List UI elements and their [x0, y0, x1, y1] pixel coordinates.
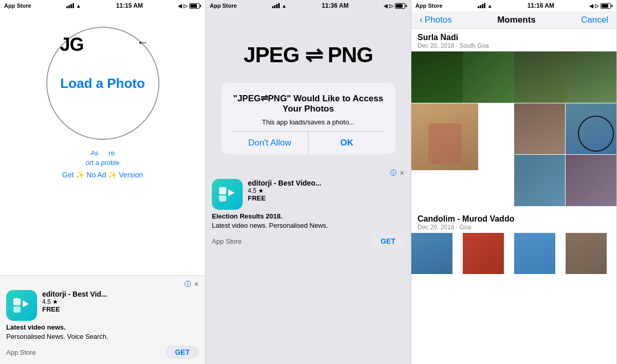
moment-date-2: Dec 20, 2018 · Goa [418, 224, 610, 231]
no-ad-link[interactable]: Get ✨ No Ad ✨ Version [62, 171, 143, 179]
time-3: 11:16 AM [528, 2, 554, 9]
moment-group-2: Candolim - Murod Vaddo Dec 20, 2018 · Go… [411, 210, 616, 274]
photo-cell[interactable] [566, 233, 607, 274]
moment-date-1: Dec 20, 2018 · South Goa [418, 42, 610, 49]
battery-1 [189, 3, 201, 9]
ad-close-icon-2[interactable]: ✕ [400, 170, 405, 177]
photo-grid-3 [411, 233, 616, 274]
editorji-icon-1 [6, 290, 37, 321]
send-icon-2: ▷ [389, 3, 393, 9]
editorji-logo-1 [12, 296, 31, 315]
load-photo-button[interactable]: Load a Photo [60, 76, 145, 92]
ad-banner-1: i ✕ editorji - Best Vid... 4.5 ★ FREE La… [0, 275, 205, 364]
dont-allow-button[interactable]: Don't Allow [231, 132, 308, 154]
status-app-name-2: App Store [210, 3, 237, 9]
photo-cell[interactable] [514, 51, 566, 103]
photo-cell[interactable] [514, 103, 565, 154]
action-re[interactable]: re [108, 149, 115, 157]
dialog-title: "JPEG⇌PNG" Would Like to Access Your Pho… [231, 93, 385, 114]
app-actions: As re [90, 149, 115, 157]
ad-info-icon-2[interactable]: i [390, 170, 396, 176]
signal-icon-1 [66, 3, 74, 8]
moments-content: Surla Nadi Dec 20, 2018 · South Goa [411, 29, 616, 364]
wifi-icon-2: ▲ [282, 3, 287, 9]
dialog-buttons: Don't Allow OK [231, 131, 385, 154]
wifi-icon-3: ▲ [487, 3, 493, 9]
status-app-name-3: App Store [415, 3, 443, 9]
phone-1: App Store ▲ 11:15 AM ◀ ▷ JG ← Load a Pho… [0, 0, 206, 364]
photo-cell[interactable] [411, 51, 463, 103]
ad-price-1: FREE [42, 305, 199, 313]
back-button[interactable]: ‹ Photos [420, 14, 452, 25]
status-bar-2: App Store ▲ 11:36 AM ◀ ▷ [206, 0, 411, 11]
ad-footer-2: App Store GET [212, 232, 405, 248]
moment-group-1: Surla Nadi Dec 20, 2018 · South Goa [411, 29, 616, 206]
photo-cell[interactable] [514, 233, 555, 274]
report-link[interactable]: ort a proble [86, 159, 120, 167]
moment-header-1: Surla Nadi Dec 20, 2018 · South Goa [411, 29, 616, 51]
status-bar-3: App Store ▲ 11:16 AM ◀ ▷ [411, 0, 616, 11]
ad-get-button-1[interactable]: GET [166, 345, 199, 359]
ad-app-title-2: editorji - Best Video... [248, 179, 405, 187]
ad-close-icon[interactable]: ✕ [194, 281, 199, 288]
circle-area: JG ← Load a Photo [46, 27, 159, 140]
cancel-button[interactable]: Cancel [581, 15, 608, 25]
photo-grid-2 [411, 103, 616, 206]
signal-icon-2 [272, 3, 280, 8]
ad-rating-1: 4.5 ★ [42, 298, 199, 305]
photo-cell[interactable] [463, 233, 504, 274]
ad-get-button-2[interactable]: GET [371, 234, 405, 248]
phone-2: App Store ▲ 11:36 AM ◀ ▷ JPEG ⇌ PNG "JPE… [206, 0, 411, 364]
photo-cell-large[interactable] [411, 103, 478, 170]
chevron-left-icon: ‹ [420, 14, 423, 25]
photo-circle-overlay [578, 116, 614, 152]
photo-cell[interactable] [566, 155, 616, 206]
action-as[interactable]: As [90, 149, 98, 157]
photo-grid-1 [411, 51, 616, 103]
location-icon-2: ◀ [384, 3, 388, 9]
svg-marker-5 [228, 189, 234, 196]
photo-cell[interactable] [411, 233, 452, 274]
ad-info-icon[interactable]: i [185, 281, 191, 287]
circle-letters: JG [60, 34, 84, 56]
send-icon-1: ▷ [184, 3, 188, 9]
ad-top-1: editorji - Best Vid... 4.5 ★ FREE [6, 290, 199, 321]
photo-cell[interactable] [566, 103, 616, 154]
phone-3: App Store ▲ 11:16 AM ◀ ▷ ‹ Photos Moment… [411, 0, 617, 364]
photo-cell[interactable] [463, 51, 514, 103]
location-icon-3: ◀ [589, 3, 593, 9]
svg-marker-2 [23, 300, 29, 307]
ad-app-title-1: editorji - Best Vid... [42, 290, 199, 298]
dialog-subtitle: This app loads/saves a photo... [231, 118, 385, 126]
ad-app-info-2: editorji - Best Video... 4.5 ★ FREE [248, 179, 405, 202]
ad-store-label-1: App Store [6, 349, 36, 356]
location-icon-1: ◀ [178, 3, 182, 9]
status-app-name-1: App Store [4, 3, 31, 9]
photo-cell[interactable] [566, 51, 616, 103]
ad-label-1: i ✕ [6, 281, 199, 288]
battery-2 [395, 3, 407, 9]
circle-arrow: ← [137, 35, 149, 49]
right-icons-3: ◀ ▷ [589, 3, 612, 9]
permission-dialog: "JPEG⇌PNG" Would Like to Access Your Pho… [221, 83, 395, 154]
ad-description-2: Election Results 2018. Latest video news… [212, 212, 405, 230]
ad-price-2: FREE [248, 194, 405, 202]
moments-nav: ‹ Photos Moments Cancel [411, 11, 616, 29]
send-icon-3: ▷ [595, 3, 599, 9]
moment-header-2: Candolim - Murod Vaddo Dec 20, 2018 · Go… [411, 210, 616, 233]
ok-button[interactable]: OK [308, 132, 385, 154]
moment-location-2: Candolim - Murod Vaddo [418, 214, 610, 224]
photo-cell-stack-2 [566, 103, 616, 206]
photo-cell-stack [514, 103, 565, 206]
moment-location-1: Surla Nadi [418, 33, 610, 42]
phone1-main: JG ← Load a Photo As re ort a proble Get… [0, 11, 205, 275]
ad-app-info-1: editorji - Best Vid... 4.5 ★ FREE [42, 290, 199, 313]
photo-cell[interactable] [514, 155, 565, 206]
ad-rating-2: 4.5 ★ [248, 187, 405, 194]
editorji-logo-2 [218, 185, 237, 204]
ad-label-2: i ✕ [212, 170, 405, 177]
right-icons-1: ◀ ▷ [178, 3, 201, 9]
ad-store-label-2: App Store [212, 238, 242, 245]
time-1: 11:15 AM [116, 2, 143, 9]
svg-rect-4 [219, 195, 226, 202]
